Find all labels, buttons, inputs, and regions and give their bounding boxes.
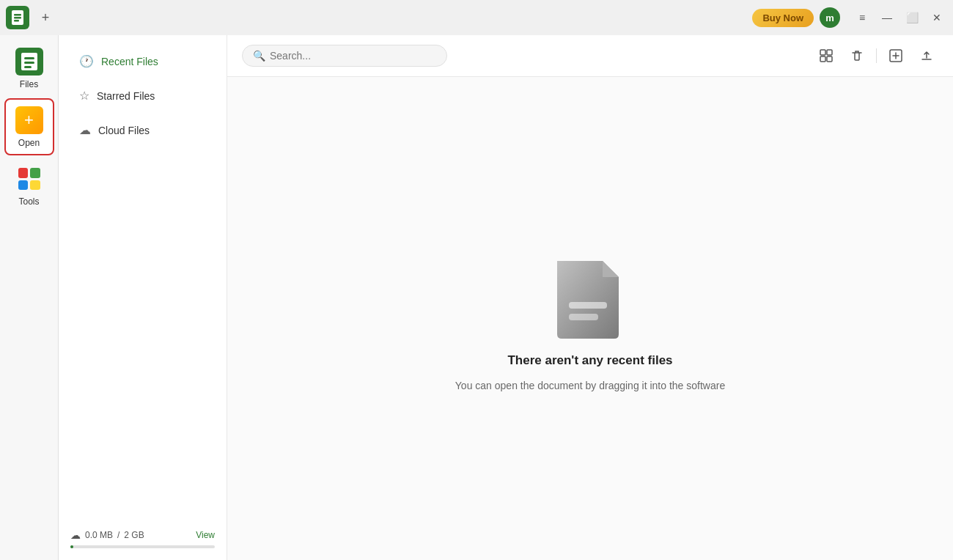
- sidebar-item-tools[interactable]: Tools: [4, 158, 54, 213]
- storage-row: ☁ 0.0 MB / 2 GB View: [70, 529, 215, 541]
- storage-bar: [70, 545, 215, 548]
- svg-rect-10: [820, 50, 825, 55]
- cloud-icon: ☁: [79, 123, 91, 137]
- svg-rect-3: [14, 17, 21, 19]
- storage-view-button[interactable]: View: [196, 530, 215, 540]
- trash-button[interactable]: [845, 44, 869, 67]
- nav-item-cloud[interactable]: ☁ Cloud Files: [65, 114, 221, 146]
- nav-recent-label: Recent Files: [101, 56, 158, 67]
- icon-sidebar: Files + Open Tools: [0, 35, 59, 560]
- tools-label: Tools: [18, 196, 39, 207]
- empty-subtitle: You can open the document by dragging it…: [455, 380, 725, 391]
- sidebar-item-files[interactable]: Files: [4, 41, 54, 95]
- svg-rect-7: [24, 57, 34, 59]
- storage-footer: ☁ 0.0 MB / 2 GB View: [59, 520, 227, 560]
- search-box[interactable]: 🔍: [242, 45, 447, 67]
- menu-button[interactable]: ≡: [852, 7, 872, 28]
- recent-icon: 🕐: [79, 54, 94, 68]
- files-label: Files: [20, 79, 38, 89]
- svg-rect-4: [14, 20, 19, 22]
- svg-rect-8: [24, 62, 34, 64]
- avatar[interactable]: m: [820, 7, 840, 28]
- nav-sidebar: 🕐 Recent Files ☆ Starred Files ☁ Cloud F…: [59, 35, 227, 560]
- storage-total: 2 GB: [124, 530, 144, 540]
- open-icon: +: [15, 106, 44, 135]
- svg-rect-16: [569, 314, 598, 320]
- app-body: Files + Open Tools 🕐 Recent Files: [0, 35, 953, 560]
- svg-rect-9: [24, 66, 32, 68]
- tools-icon-wrap: [15, 164, 44, 194]
- starred-icon: ☆: [79, 89, 89, 103]
- nav-cloud-label: Cloud Files: [98, 125, 150, 136]
- empty-title: There aren't any recent files: [507, 353, 672, 368]
- main-content: 🔍: [227, 35, 953, 560]
- svg-rect-12: [820, 56, 825, 62]
- toolbar-divider: [876, 48, 877, 63]
- add-button[interactable]: [884, 44, 908, 67]
- svg-rect-13: [827, 56, 832, 62]
- minimize-button[interactable]: —: [877, 7, 897, 28]
- svg-rect-2: [14, 14, 21, 16]
- upload-button[interactable]: [915, 44, 938, 67]
- nav-starred-label: Starred Files: [97, 90, 155, 102]
- storage-bar-fill: [70, 545, 73, 548]
- nav-item-starred[interactable]: ☆ Starred Files: [65, 80, 221, 111]
- search-input[interactable]: [270, 50, 436, 62]
- sidebar-item-open[interactable]: + Open: [4, 98, 54, 155]
- files-icon: [15, 47, 44, 76]
- toolbar: 🔍: [227, 35, 953, 77]
- svg-rect-11: [827, 50, 832, 55]
- empty-doc-icon: [550, 246, 630, 342]
- window-controls: ≡ — ⬜ ✕: [852, 7, 947, 28]
- grid-view-button[interactable]: [814, 44, 838, 67]
- nav-item-recent[interactable]: 🕐 Recent Files: [65, 45, 221, 77]
- empty-state: There aren't any recent files You can op…: [227, 77, 953, 560]
- close-button[interactable]: ✕: [927, 7, 947, 28]
- storage-cloud-icon: ☁: [70, 529, 81, 541]
- app-logo: [6, 6, 29, 29]
- storage-separator: /: [117, 530, 119, 540]
- maximize-button[interactable]: ⬜: [902, 7, 922, 28]
- storage-used: 0.0 MB: [85, 530, 113, 540]
- new-tab-button[interactable]: +: [35, 7, 56, 28]
- buy-now-button[interactable]: Buy Now: [752, 9, 814, 27]
- search-icon: 🔍: [253, 50, 265, 62]
- svg-rect-15: [569, 302, 607, 309]
- open-label: Open: [18, 138, 40, 148]
- title-bar: + Buy Now m ≡ — ⬜ ✕: [0, 0, 953, 35]
